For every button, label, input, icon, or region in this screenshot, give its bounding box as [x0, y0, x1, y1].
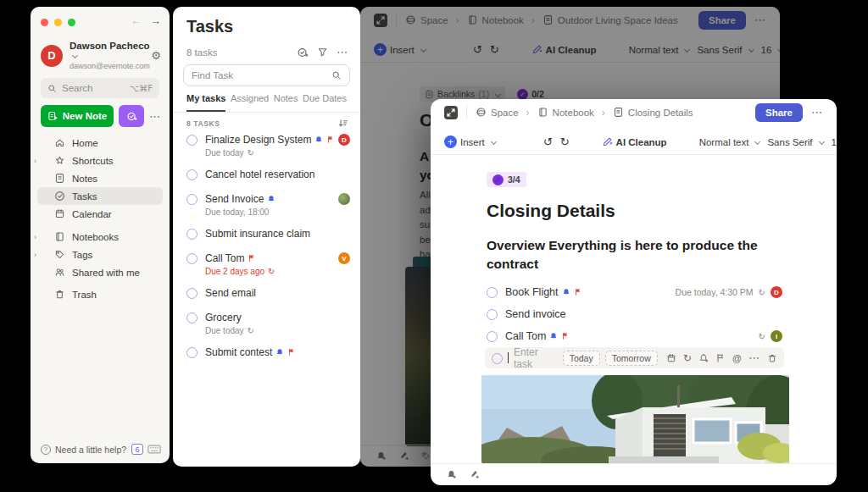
sidebar-item-shortcuts[interactable]: › Shortcuts — [37, 152, 163, 169]
add-task-icon[interactable] — [297, 47, 309, 58]
task-row[interactable]: Submit insurance claim — [186, 228, 350, 245]
task-row[interactable]: Send Invoice Due today, 18:00 — [186, 193, 350, 220]
task-checkbox[interactable] — [186, 253, 198, 264]
bell-plus-icon[interactable] — [446, 469, 457, 480]
at-mention-icon[interactable]: @ — [732, 353, 742, 363]
user-email: dawson@evernote.com — [70, 62, 151, 70]
sidebar-item-tags[interactable]: › Tags — [37, 246, 163, 263]
tab-my-tasks[interactable]: My tasks — [186, 93, 225, 112]
keyboard-icon[interactable] — [147, 445, 161, 454]
bell-icon — [267, 195, 275, 203]
more-icon[interactable]: ⋯ — [748, 351, 760, 364]
check-circle-icon — [54, 191, 65, 202]
minimize-window-button[interactable] — [54, 19, 62, 26]
expand-chevron-icon[interactable]: › — [34, 251, 36, 259]
insert-button[interactable]: + Insert — [444, 135, 496, 148]
repeat-icon[interactable]: ↻ — [683, 352, 692, 364]
breadcrumb-note[interactable]: Closing Details — [628, 108, 693, 118]
tab-notes[interactable]: Notes — [274, 93, 298, 112]
flag-icon[interactable] — [715, 353, 726, 363]
section-label: 8 TASKS — [186, 119, 337, 128]
bell-icon — [275, 348, 284, 357]
due-tomorrow-button[interactable]: Tomorrow — [605, 351, 658, 366]
task-row[interactable]: Send email — [186, 287, 350, 304]
pen-plus-icon[interactable] — [469, 469, 480, 480]
note-heading[interactable]: Overview Everything is here to produce t… — [487, 236, 775, 274]
house-photo[interactable] — [481, 375, 789, 463]
breadcrumb: Space › Notebook › Closing Details — [476, 107, 693, 119]
new-task-button[interactable] — [119, 105, 144, 127]
note-plus-icon — [47, 111, 58, 121]
breadcrumb-notebook[interactable]: Notebook — [553, 108, 594, 118]
sort-icon[interactable] — [337, 118, 348, 129]
trash-icon[interactable] — [767, 353, 777, 363]
expand-chevron-icon[interactable]: › — [34, 157, 36, 165]
tasks-panel: Tasks 8 tasks ⋯ Find Task My tasks Assig… — [173, 7, 360, 467]
breadcrumb-sep: › — [526, 107, 530, 119]
bell-plus-icon[interactable] — [698, 353, 709, 363]
note-title[interactable]: Closing Details — [487, 201, 615, 221]
sidebar-item-calendar[interactable]: Calendar — [37, 205, 163, 223]
search-input[interactable]: Search ⌥⌘F — [41, 78, 159, 98]
task-checkbox[interactable] — [186, 194, 198, 205]
new-note-button[interactable]: New Note — [41, 105, 114, 127]
task-row[interactable]: Cancel hotel reservation — [186, 169, 350, 185]
flag-icon — [248, 254, 256, 263]
sidebar-item-tasks[interactable]: Tasks — [37, 187, 163, 205]
paragraph-style-select[interactable]: Normal text — [699, 137, 760, 147]
assignee-avatar: D — [771, 286, 782, 298]
new-task-input[interactable]: Enter task Today Tomorrow ↻ @ ⋯ — [485, 347, 784, 368]
undo-icon[interactable]: ↻ — [543, 135, 553, 148]
tab-due-dates[interactable]: Due Dates — [303, 93, 347, 112]
help-row[interactable]: ? Need a little help? 6 — [41, 444, 161, 455]
task-count: 8 tasks — [186, 47, 297, 58]
flag-icon — [287, 348, 296, 357]
due-today-button[interactable]: Today — [563, 351, 600, 366]
tab-assigned[interactable]: Assigned — [231, 93, 269, 112]
forward-icon[interactable]: → — [150, 14, 161, 27]
font-select[interactable]: Sans Serif — [767, 137, 823, 147]
task-row[interactable]: Grocery Due today↻ — [186, 312, 350, 339]
task-checkbox[interactable] — [186, 169, 198, 180]
gear-icon[interactable]: ⚙ — [151, 49, 161, 62]
ai-cleanup-button[interactable]: AI Cleanup — [602, 136, 667, 147]
task-checkbox[interactable] — [186, 229, 198, 240]
task-row[interactable]: Send invoice — [487, 303, 782, 325]
task-row[interactable]: Submit contest — [186, 346, 350, 363]
task-row[interactable]: Call Tom Due 2 days ago↻ V — [186, 252, 350, 279]
task-checkbox[interactable] — [186, 312, 198, 323]
find-task-input[interactable]: Find Task — [183, 64, 350, 86]
more-icon[interactable]: ⋯ — [811, 106, 823, 119]
task-row[interactable]: Book Flight Due today, 4:30 PM ↻ D — [487, 281, 782, 303]
task-checkbox[interactable] — [487, 331, 498, 342]
task-checkbox[interactable] — [487, 309, 498, 320]
task-row[interactable]: Call Tom ↻ I — [487, 325, 782, 347]
redo-icon[interactable]: ↻ — [560, 135, 570, 148]
expand-icon[interactable] — [444, 106, 458, 119]
breadcrumb-space[interactable]: Space — [491, 108, 519, 118]
flag-icon — [561, 332, 570, 340]
account-switcher[interactable]: D Dawson Pacheco dawson@evernote.com ⚙ — [41, 41, 161, 70]
sidebar-item-home[interactable]: Home — [37, 134, 163, 152]
task-row[interactable]: Finalize Design System Due today↻ D — [186, 134, 350, 161]
task-checkbox[interactable] — [487, 287, 498, 298]
task-checkbox[interactable] — [186, 288, 198, 299]
zoom-window-button[interactable] — [68, 19, 75, 26]
font-size-select[interactable]: 16 — [832, 137, 837, 147]
more-icon[interactable]: ⋯ — [337, 46, 348, 58]
sidebar-item-notebooks[interactable]: › Notebooks — [37, 228, 163, 246]
task-checkbox[interactable] — [186, 135, 198, 146]
note-icon — [613, 107, 624, 118]
task-checkbox[interactable] — [186, 347, 198, 358]
share-button[interactable]: Share — [755, 103, 803, 122]
filter-icon[interactable] — [317, 47, 328, 58]
sidebar-item-trash[interactable]: Trash — [37, 285, 163, 303]
expand-chevron-icon[interactable]: › — [34, 233, 36, 241]
sidebar-item-shared[interactable]: Shared with me — [37, 263, 163, 281]
back-icon[interactable]: ← — [131, 14, 142, 27]
sidebar-item-notes[interactable]: Notes — [37, 169, 163, 187]
close-window-button[interactable] — [41, 19, 48, 26]
calendar-icon[interactable] — [666, 353, 676, 363]
more-icon[interactable]: ⋯ — [149, 110, 161, 123]
flag-icon — [574, 288, 582, 296]
